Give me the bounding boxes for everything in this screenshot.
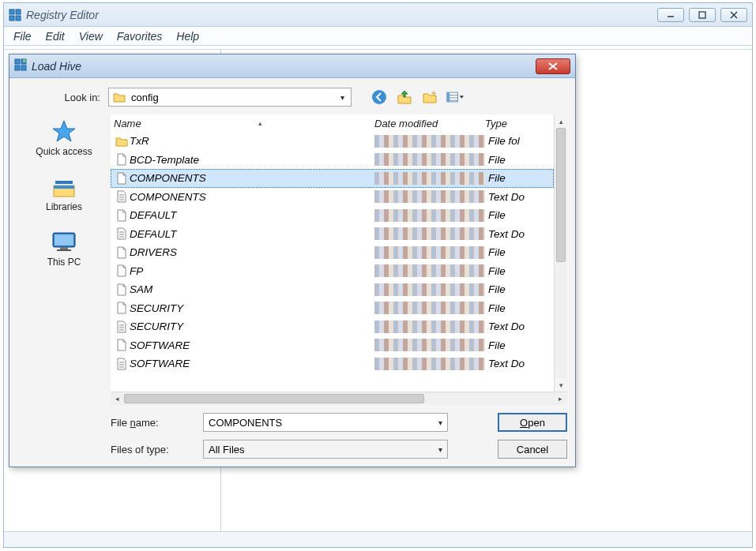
file-type: Text Do xyxy=(488,358,536,369)
file-icon xyxy=(114,264,130,277)
file-row[interactable]: SOFTWAREText Do xyxy=(111,354,554,373)
folder-icon xyxy=(114,136,130,147)
file-row[interactable]: SECURITYFile xyxy=(111,299,554,318)
file-row[interactable]: SECURITYText Do xyxy=(111,317,554,336)
chevron-down-icon: ▾ xyxy=(337,93,348,102)
chevron-down-icon: ▾ xyxy=(438,418,442,427)
col-type[interactable]: Type xyxy=(485,118,532,129)
svg-rect-29 xyxy=(60,247,68,249)
date-modified xyxy=(374,339,485,351)
file-name: SOFTWARE xyxy=(130,358,374,369)
files-of-type-select[interactable]: All Files ▾ xyxy=(203,440,448,459)
scroll-up-icon[interactable]: ▴ xyxy=(555,114,567,128)
place-libraries[interactable]: Libraries xyxy=(46,174,82,212)
scroll-down-icon[interactable]: ▾ xyxy=(555,378,567,392)
file-name-input[interactable]: COMPONENTS ▾ xyxy=(203,413,448,432)
file-row[interactable]: FPFile xyxy=(111,262,554,281)
date-modified xyxy=(374,190,485,203)
file-row[interactable]: COMPONENTSFile xyxy=(111,169,554,188)
file-name-label: File name: xyxy=(111,417,194,429)
date-modified xyxy=(374,246,485,259)
file-type: Text Do xyxy=(488,228,536,240)
file-row[interactable]: SAMFile xyxy=(111,280,554,299)
file-name: TxR xyxy=(130,135,374,147)
menu-view[interactable]: View xyxy=(79,30,103,43)
file-name: DEFAULT xyxy=(130,209,374,221)
text-file-icon xyxy=(114,358,130,370)
chevron-down-icon: ▾ xyxy=(438,445,442,454)
svg-rect-24 xyxy=(55,181,73,184)
place-this-pc[interactable]: This PC xyxy=(47,230,81,268)
load-hive-dialog: Load Hive Look in: config ▾ xyxy=(9,54,576,467)
file-icon xyxy=(114,283,130,296)
file-name-value: COMPONENTS xyxy=(209,417,438,429)
date-modified xyxy=(374,227,485,240)
file-name: DRIVERS xyxy=(130,246,374,258)
file-row[interactable]: COMPONENTSText Do xyxy=(111,188,554,207)
lookin-combo[interactable]: config ▾ xyxy=(108,88,352,107)
svg-point-15 xyxy=(372,90,386,104)
date-modified xyxy=(374,209,485,222)
main-titlebar: Registry Editor xyxy=(4,3,752,27)
file-icon xyxy=(114,339,130,351)
menu-help[interactable]: Help xyxy=(176,30,199,43)
file-name: DEFAULT xyxy=(130,228,374,240)
file-name: SECURITY xyxy=(130,302,374,314)
places-bar: Quick access Libraries This PC xyxy=(17,114,111,459)
file-type: File xyxy=(488,339,536,351)
file-type: File xyxy=(488,246,536,258)
menu-file[interactable]: File xyxy=(13,30,32,43)
file-row[interactable]: DEFAULTText Do xyxy=(111,225,554,244)
cancel-button[interactable]: Cancel xyxy=(498,440,567,459)
svg-rect-22 xyxy=(447,92,449,102)
up-one-level-icon[interactable] xyxy=(396,88,413,106)
back-icon[interactable] xyxy=(370,88,388,106)
text-file-icon xyxy=(114,190,130,203)
date-modified xyxy=(374,302,485,314)
file-type: File xyxy=(488,302,536,314)
file-row[interactable]: DEFAULTFile xyxy=(111,206,554,225)
col-date[interactable]: Date modified xyxy=(374,118,485,129)
file-name: SECURITY xyxy=(130,320,374,332)
menu-favorites[interactable]: Favorites xyxy=(117,30,163,43)
lookin-label: Look in: xyxy=(17,92,100,103)
file-name: COMPONENTS xyxy=(130,191,374,203)
new-folder-icon[interactable] xyxy=(421,88,438,106)
svg-rect-30 xyxy=(57,249,71,251)
scroll-right-icon[interactable]: ▸ xyxy=(554,392,567,405)
menu-edit[interactable]: Edit xyxy=(46,30,65,43)
maximize-button[interactable] xyxy=(689,8,716,22)
list-header[interactable]: Name ▴ Date modified Type xyxy=(111,114,554,132)
file-list[interactable]: Name ▴ Date modified Type TxRFile folBCD… xyxy=(111,114,567,392)
dialog-close-button[interactable] xyxy=(536,58,570,74)
file-row[interactable]: TxRFile fol xyxy=(111,132,554,151)
file-name: COMPONENTS xyxy=(130,172,374,184)
close-button[interactable] xyxy=(720,8,747,22)
file-type: File xyxy=(488,209,536,221)
svg-rect-10 xyxy=(15,66,20,70)
minimize-button[interactable] xyxy=(657,8,684,22)
files-of-type-label: Files of type: xyxy=(111,444,194,455)
horizontal-scrollbar[interactable]: ◂ ▸ xyxy=(111,392,567,405)
place-label: This PC xyxy=(47,257,81,268)
views-icon[interactable] xyxy=(446,88,464,106)
open-button[interactable]: Open xyxy=(498,413,567,432)
file-type: File xyxy=(488,172,536,184)
col-name[interactable]: Name xyxy=(114,118,141,129)
scroll-thumb[interactable] xyxy=(556,128,566,262)
date-modified xyxy=(374,283,485,296)
file-name: FP xyxy=(130,265,374,277)
svg-rect-8 xyxy=(15,59,20,64)
file-row[interactable]: SOFTWAREFile xyxy=(111,336,554,355)
file-row[interactable]: BCD-TemplateFile xyxy=(111,151,554,170)
file-row[interactable]: DRIVERSFile xyxy=(111,243,554,262)
vertical-scrollbar[interactable]: ▴ ▾ xyxy=(554,114,567,392)
regedit-icon xyxy=(14,58,27,73)
scroll-left-icon[interactable]: ◂ xyxy=(111,392,124,405)
place-quick-access[interactable]: Quick access xyxy=(36,119,92,157)
text-file-icon xyxy=(114,320,130,333)
svg-rect-2 xyxy=(9,16,14,21)
svg-rect-0 xyxy=(9,9,14,14)
scroll-thumb[interactable] xyxy=(124,394,424,403)
svg-rect-1 xyxy=(16,9,21,14)
